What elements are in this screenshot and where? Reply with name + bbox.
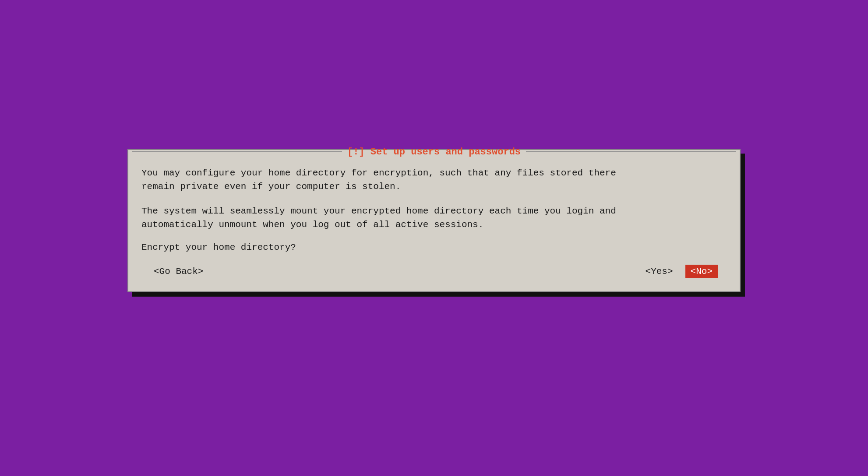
dialog-title: [!] Set up users and passwords [346, 147, 522, 158]
dialog-content: You may configure your home directory fo… [128, 162, 740, 291]
button-row: <Go Back> <Yes> <No> [141, 265, 727, 278]
dialog-box: [!] Set up users and passwords You may c… [127, 149, 741, 292]
no-button[interactable]: <No> [685, 265, 718, 278]
btn-group: <Yes> <No> [642, 265, 718, 278]
paragraph-2: The system will seamlessly mount your en… [141, 204, 727, 232]
title-bar: [!] Set up users and passwords [128, 144, 740, 160]
title-bar-line-right [526, 151, 736, 152]
paragraph-1: You may configure your home directory fo… [141, 166, 727, 194]
screen-wrapper: [!] Set up users and passwords You may c… [127, 149, 741, 292]
yes-button[interactable]: <Yes> [642, 265, 677, 278]
title-bar-line-left [132, 151, 342, 152]
question-text: Encrypt your home directory? [141, 242, 727, 252]
go-back-button[interactable]: <Go Back> [150, 265, 207, 278]
